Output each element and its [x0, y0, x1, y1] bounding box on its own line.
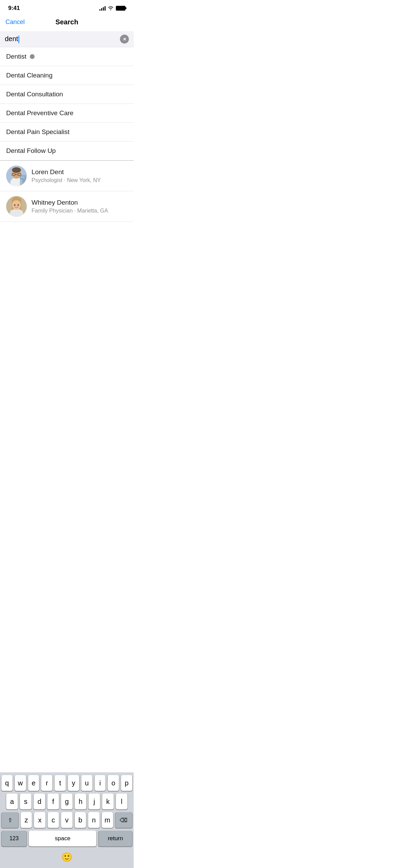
suggestions-list: Dentist Dental Cleaning Dental Consultat…: [0, 47, 134, 160]
avatar: [6, 196, 27, 217]
svg-rect-8: [20, 175, 26, 186]
search-input-row[interactable]: dent: [0, 31, 134, 47]
list-item[interactable]: Dental Pain Specialist: [0, 123, 134, 142]
list-item[interactable]: Whitney Denton Family Physician · Mariet…: [0, 191, 134, 222]
battery-icon: [116, 6, 125, 11]
svg-rect-10: [23, 177, 24, 178]
text-cursor: [19, 36, 19, 43]
suggestion-text: Dental Consultation: [6, 91, 63, 98]
cancel-button[interactable]: Cancel: [5, 17, 25, 27]
suggestion-text: Dental Pain Specialist: [6, 128, 70, 136]
search-input[interactable]: dent: [5, 35, 120, 43]
status-bar: 9:41: [0, 0, 134, 14]
suggestion-text: Dental Follow Up: [6, 147, 56, 155]
list-item[interactable]: Dentist: [0, 47, 134, 66]
list-item[interactable]: Dental Preventive Care: [0, 104, 134, 123]
suggestion-text: Dentist: [6, 53, 26, 60]
signal-icon: [99, 6, 106, 11]
page-title: Search: [56, 18, 78, 26]
wifi-icon: [108, 5, 114, 11]
status-time: 9:41: [8, 5, 20, 12]
provider-name: Whitney Denton: [32, 199, 108, 206]
provider-specialty: Psychologist · New York, NY: [32, 177, 101, 183]
list-item[interactable]: Dental Consultation: [0, 85, 134, 104]
suggestion-text: Dental Preventive Care: [6, 109, 73, 117]
status-icons: [99, 5, 125, 11]
provider-info: Loren Dent Psychologist · New York, NY: [32, 168, 101, 183]
suggestion-text: Dental Cleaning: [6, 72, 52, 79]
search-bar: dent: [0, 31, 134, 47]
svg-rect-9: [21, 177, 22, 178]
svg-point-4: [12, 167, 21, 173]
clear-button[interactable]: [120, 35, 129, 44]
svg-point-17: [14, 204, 15, 206]
list-item[interactable]: Dental Follow Up: [0, 142, 134, 160]
list-item[interactable]: Loren Dent Psychologist · New York, NY: [0, 161, 134, 191]
provider-info: Whitney Denton Family Physician · Mariet…: [32, 199, 108, 214]
search-input-value: dent: [5, 35, 18, 43]
svg-point-16: [12, 200, 21, 210]
provider-specialty: Family Physician · Marietta, GA: [32, 208, 108, 214]
list-item[interactable]: Dental Cleaning: [0, 66, 134, 85]
avatar: [6, 166, 27, 186]
provider-name: Loren Dent: [32, 168, 101, 176]
svg-point-18: [17, 204, 19, 206]
providers-list: Loren Dent Psychologist · New York, NY: [0, 161, 134, 222]
nav-header: Cancel Search: [0, 14, 134, 31]
dot-indicator: [30, 54, 35, 59]
